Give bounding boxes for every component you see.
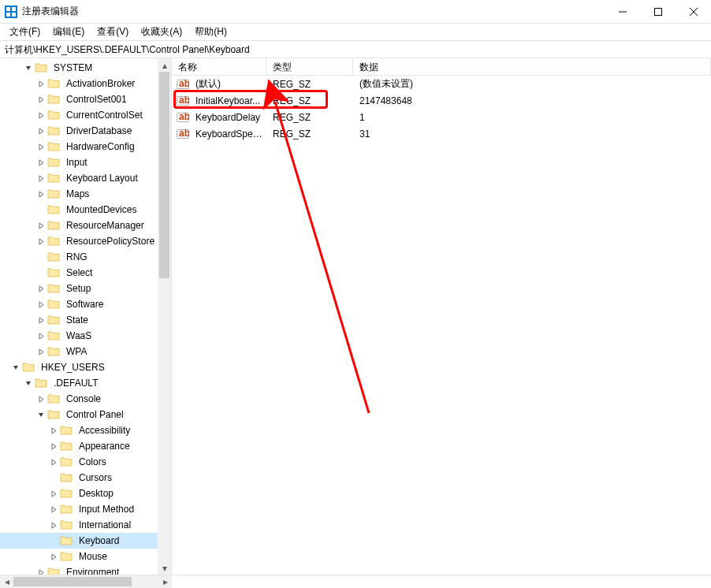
tree-label: Colors xyxy=(76,456,110,468)
scroll-thumb[interactable] xyxy=(159,72,169,278)
tree-label: HKEY_USERS xyxy=(38,361,108,374)
tree-pane[interactable]: SYSTEMActivationBrokerControlSet001Curre… xyxy=(0,58,172,575)
folder-icon xyxy=(47,188,60,200)
menu-edit[interactable]: 编辑(E) xyxy=(47,24,91,40)
chevron-right-icon[interactable] xyxy=(35,393,47,405)
tree-item[interactable]: HardwareConfig xyxy=(0,139,171,154)
chevron-right-icon[interactable] xyxy=(35,314,47,326)
tree-item[interactable]: WPA xyxy=(0,344,171,359)
tree-item[interactable]: Appearance xyxy=(0,438,171,454)
chevron-right-icon[interactable] xyxy=(35,140,47,153)
menu-favorites[interactable]: 收藏夹(A) xyxy=(135,24,188,40)
tree-item[interactable]: State xyxy=(0,312,171,328)
tree-item[interactable]: Keyboard Layout xyxy=(0,170,171,186)
tree-environment[interactable]: Environment xyxy=(0,564,171,575)
value-data: 1 xyxy=(353,110,711,125)
chevron-right-icon[interactable] xyxy=(35,109,47,121)
chevron-right-icon[interactable] xyxy=(35,77,47,90)
chevron-right-icon[interactable] xyxy=(35,156,47,169)
tree-item[interactable]: Cursors xyxy=(0,470,171,486)
column-data[interactable]: 数据 xyxy=(353,58,711,75)
tree-hkey-users[interactable]: HKEY_USERS xyxy=(0,359,171,375)
svg-rect-2 xyxy=(6,13,10,17)
list-row[interactable]: abKeyboardDelayREG_SZ1 xyxy=(172,109,711,125)
chevron-right-icon[interactable] xyxy=(35,125,47,137)
menu-view[interactable]: 查看(V) xyxy=(91,24,135,40)
tree-item[interactable]: ResourceManager xyxy=(0,218,171,233)
chevron-right-icon[interactable] xyxy=(35,329,47,342)
maximize-button[interactable] xyxy=(640,0,676,23)
chevron-right-icon[interactable] xyxy=(47,424,60,437)
chevron-right-icon[interactable] xyxy=(47,487,60,500)
svg-text:ab: ab xyxy=(179,78,189,89)
minimize-button[interactable] xyxy=(605,0,640,23)
tree-item[interactable]: Accessibility xyxy=(0,422,171,438)
tree-item[interactable]: RNG xyxy=(0,249,171,265)
scroll-thumb[interactable] xyxy=(13,577,132,586)
chevron-right-icon[interactable] xyxy=(35,188,47,200)
chevron-right-icon[interactable] xyxy=(35,235,47,247)
tree-item[interactable]: Select xyxy=(0,265,171,281)
folder-icon xyxy=(47,408,60,421)
tree-item[interactable]: Desktop xyxy=(0,486,171,501)
address-bar[interactable]: 计算机\HKEY_USERS\.DEFAULT\Control Panel\Ke… xyxy=(0,41,711,58)
menu-help[interactable]: 帮助(H) xyxy=(188,24,233,40)
scroll-up-icon[interactable]: ▴ xyxy=(158,58,171,72)
chevron-right-icon[interactable] xyxy=(35,566,47,575)
tree-vertical-scrollbar[interactable]: ▴ ▾ xyxy=(158,58,171,575)
tree-default[interactable]: .DEFAULT xyxy=(0,375,171,391)
tree-item[interactable]: CurrentControlSet xyxy=(0,107,171,123)
column-name[interactable]: 名称 xyxy=(172,58,266,75)
scroll-down-icon[interactable]: ▾ xyxy=(158,561,171,575)
tree-label: Console xyxy=(63,393,104,405)
tree-control-panel[interactable]: Control Panel xyxy=(0,407,171,422)
chevron-right-icon[interactable] xyxy=(35,219,47,232)
chevron-down-icon[interactable] xyxy=(22,377,35,389)
tree-console[interactable]: Console xyxy=(0,391,171,407)
chevron-right-icon[interactable] xyxy=(47,550,60,563)
tree-item[interactable]: Mouse xyxy=(0,549,171,564)
list-row[interactable]: abInitialKeyboar...REG_SZ2147483648 xyxy=(172,92,711,109)
folder-icon xyxy=(47,219,60,232)
chevron-right-icon[interactable] xyxy=(35,298,47,311)
tree-item[interactable]: Maps xyxy=(0,186,171,202)
tree-item[interactable]: Input Method xyxy=(0,501,171,517)
chevron-right-icon[interactable] xyxy=(35,282,47,295)
tree-item[interactable]: Colors xyxy=(0,454,171,470)
tree-item[interactable]: WaaS xyxy=(0,328,171,344)
tree-item[interactable]: ActivationBroker xyxy=(0,76,171,91)
chevron-right-icon[interactable] xyxy=(35,345,47,358)
tree-label: WPA xyxy=(63,345,90,358)
tree-system[interactable]: SYSTEM xyxy=(0,60,171,76)
chevron-right-icon[interactable] xyxy=(47,519,60,531)
scroll-left-icon[interactable]: ◂ xyxy=(0,575,13,588)
tree-item[interactable]: Input xyxy=(0,154,171,170)
close-button[interactable] xyxy=(676,0,711,23)
scroll-right-icon[interactable]: ▸ xyxy=(158,575,172,588)
tree-item[interactable]: Software xyxy=(0,296,171,312)
menu-file[interactable]: 文件(F) xyxy=(3,24,47,40)
tree-item[interactable]: International xyxy=(0,517,171,533)
tree-item-keyboard[interactable]: Keyboard xyxy=(0,533,171,549)
list-pane[interactable]: 名称 类型 数据 ab(默认)REG_SZ(数值未设置)abInitialKey… xyxy=(172,58,711,575)
chevron-down-icon[interactable] xyxy=(9,361,22,374)
column-type[interactable]: 类型 xyxy=(266,58,353,75)
chevron-right-icon[interactable] xyxy=(47,440,60,452)
value-name: KeyboardSpeed xyxy=(192,127,266,141)
tree-item[interactable]: Setup xyxy=(0,281,171,296)
chevron-right-icon[interactable] xyxy=(35,172,47,184)
regedit-icon xyxy=(5,6,17,18)
tree-item[interactable]: ResourcePolicyStore xyxy=(0,233,171,249)
list-row[interactable]: ab(默认)REG_SZ(数值未设置) xyxy=(172,76,711,92)
svg-text:ab: ab xyxy=(179,128,189,139)
chevron-right-icon[interactable] xyxy=(47,456,60,468)
chevron-right-icon[interactable] xyxy=(47,503,60,515)
tree-horizontal-scrollbar[interactable]: ◂ ▸ xyxy=(0,575,172,588)
chevron-right-icon[interactable] xyxy=(35,93,47,106)
chevron-down-icon[interactable] xyxy=(35,408,47,421)
chevron-down-icon[interactable] xyxy=(22,61,35,74)
tree-item[interactable]: DriverDatabase xyxy=(0,123,171,139)
tree-item[interactable]: MountedDevices xyxy=(0,202,171,218)
list-row[interactable]: abKeyboardSpeedREG_SZ31 xyxy=(172,125,711,142)
tree-item[interactable]: ControlSet001 xyxy=(0,91,171,107)
